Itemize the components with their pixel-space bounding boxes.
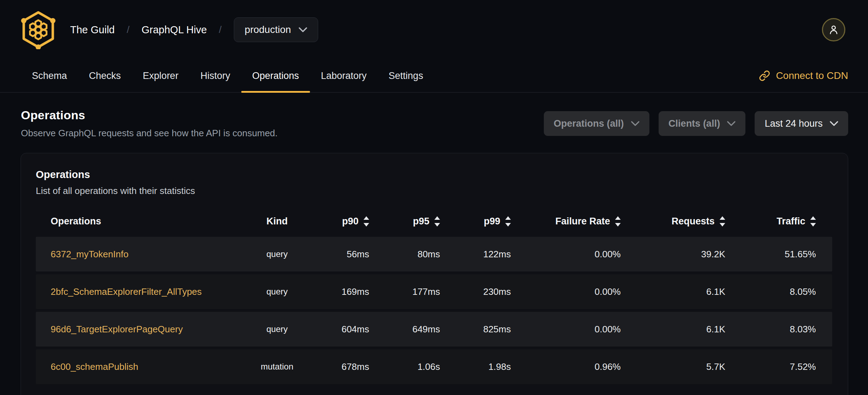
column-label: p90 [342, 216, 359, 227]
p90-cell: 56ms [305, 249, 369, 260]
failure-rate-cell: 0.00% [511, 286, 621, 297]
sort-arrows-icon [720, 216, 725, 227]
p90-cell: 169ms [305, 286, 369, 297]
sort-arrows-icon [505, 216, 511, 227]
p90-cell: 678ms [305, 361, 369, 372]
column-label: Traffic [777, 216, 805, 227]
column-header-operations: Operations [36, 216, 249, 227]
operations-filter-dropdown[interactable]: Operations (all) [544, 111, 649, 136]
link-icon [759, 70, 770, 81]
column-label: Requests [671, 216, 715, 227]
tab-settings[interactable]: Settings [378, 59, 434, 92]
sort-arrows-icon [363, 216, 369, 227]
user-avatar[interactable] [822, 18, 845, 41]
operation-name-cell: 2bfc_SchemaExplorerFilter_AllTypes [36, 286, 249, 297]
operations-filter-label: Operations (all) [554, 118, 624, 129]
p99-cell: 825ms [440, 324, 511, 335]
chevron-down-icon [727, 121, 735, 126]
breadcrumb-org[interactable]: The Guild [70, 24, 115, 36]
p99-cell: 230ms [440, 286, 511, 297]
tab-label: Explorer [143, 70, 179, 81]
breadcrumb-separator: / [219, 24, 222, 35]
target-selector-value: production [245, 24, 291, 35]
operation-name-cell: 96d6_TargetExplorerPageQuery [36, 324, 249, 335]
card-subtitle: List of all operations with their statis… [36, 185, 832, 196]
requests-cell: 5.7K [621, 361, 725, 372]
column-label: Failure Rate [555, 216, 610, 227]
tab-label: History [201, 70, 230, 81]
breadcrumb: The Guild / GraphQL Hive / production [70, 17, 318, 42]
card-title: Operations [36, 169, 832, 181]
operation-name-cell: 6372_myTokenInfo [36, 249, 249, 260]
clients-filter-dropdown[interactable]: Clients (all) [659, 111, 746, 136]
tab-label: Laboratory [321, 70, 367, 81]
requests-cell: 39.2K [621, 249, 725, 260]
clients-filter-label: Clients (all) [669, 118, 720, 129]
chevron-down-icon [631, 121, 639, 126]
traffic-cell: 7.52% [725, 361, 832, 372]
kind-cell: query [249, 249, 305, 259]
tab-operations[interactable]: Operations [241, 59, 310, 92]
operations-card: Operations List of all operations with t… [21, 153, 848, 395]
tab-label: Schema [32, 70, 67, 81]
traffic-cell: 51.65% [725, 249, 832, 260]
target-selector-dropdown[interactable]: production [234, 17, 319, 42]
table-row: 6372_myTokenInfo query 56ms 80ms 122ms 0… [36, 237, 832, 271]
chevron-down-icon [299, 27, 307, 32]
kind-cell: query [249, 287, 305, 297]
tab-laboratory[interactable]: Laboratory [310, 59, 378, 92]
p95-cell: 177ms [369, 286, 440, 297]
connect-to-cdn-label: Connect to CDN [776, 70, 848, 81]
tab-label: Operations [252, 70, 299, 81]
operation-name-cell: 6c00_schemaPublish [36, 361, 249, 372]
traffic-cell: 8.03% [725, 324, 832, 335]
kind-cell: query [249, 324, 305, 334]
traffic-cell: 8.05% [725, 286, 832, 297]
p95-cell: 649ms [369, 324, 440, 335]
tab-schema[interactable]: Schema [21, 59, 78, 92]
failure-rate-cell: 0.00% [511, 324, 621, 335]
chevron-down-icon [830, 121, 838, 126]
page-header: Operations Observe GraphQL requests and … [0, 93, 868, 139]
sort-arrows-icon [810, 216, 816, 227]
requests-cell: 6.1K [621, 324, 725, 335]
tab-label: Settings [389, 70, 423, 81]
sort-arrows-icon [434, 216, 440, 227]
main-nav: Schema Checks Explorer History Operation… [0, 59, 868, 93]
p99-cell: 122ms [440, 249, 511, 260]
table-row: 2bfc_SchemaExplorerFilter_AllTypes query… [36, 274, 832, 309]
table-row: 96d6_TargetExplorerPageQuery query 604ms… [36, 312, 832, 347]
p99-cell: 1.98s [440, 361, 511, 372]
hive-logo-icon[interactable] [20, 10, 57, 49]
column-label: p95 [413, 216, 429, 227]
connect-to-cdn-link[interactable]: Connect to CDN [759, 70, 848, 81]
operation-link[interactable]: 6372_myTokenInfo [51, 249, 129, 259]
tab-checks[interactable]: Checks [78, 59, 132, 92]
requests-cell: 6.1K [621, 286, 725, 297]
operation-link[interactable]: 2bfc_SchemaExplorerFilter_AllTypes [51, 286, 202, 297]
tab-history[interactable]: History [190, 59, 241, 92]
table-row: 6c00_schemaPublish mutation 678ms 1.06s … [36, 349, 832, 384]
period-filter-dropdown[interactable]: Last 24 hours [755, 111, 848, 136]
tab-explorer[interactable]: Explorer [132, 59, 190, 92]
table-header-row: Operations Kind p90 p95 p99 Failure Rate… [36, 208, 832, 234]
column-header-failure-rate[interactable]: Failure Rate [511, 216, 621, 227]
column-header-traffic[interactable]: Traffic [725, 216, 832, 227]
breadcrumb-separator: / [127, 24, 130, 35]
operation-link[interactable]: 96d6_TargetExplorerPageQuery [51, 324, 183, 334]
operation-link[interactable]: 6c00_schemaPublish [51, 361, 138, 372]
tab-label: Checks [89, 70, 121, 81]
column-header-p99[interactable]: p99 [440, 216, 511, 227]
column-label: p99 [484, 216, 500, 227]
column-header-requests[interactable]: Requests [621, 216, 725, 227]
breadcrumb-project[interactable]: GraphQL Hive [142, 24, 207, 36]
p95-cell: 80ms [369, 249, 440, 260]
column-header-p90[interactable]: p90 [305, 216, 369, 227]
p95-cell: 1.06s [369, 361, 440, 372]
column-header-kind: Kind [249, 216, 305, 227]
column-header-p95[interactable]: p95 [369, 216, 440, 227]
operations-table: Operations Kind p90 p95 p99 Failure Rate… [36, 208, 832, 384]
failure-rate-cell: 0.96% [511, 361, 621, 372]
failure-rate-cell: 0.00% [511, 249, 621, 260]
page-title-block: Operations Observe GraphQL requests and … [21, 108, 278, 139]
